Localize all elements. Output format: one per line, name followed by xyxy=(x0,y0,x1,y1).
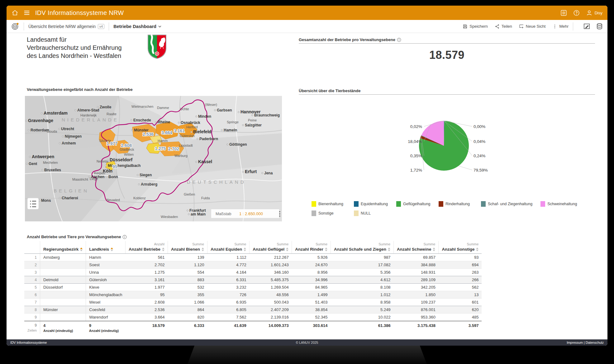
map-city-dot xyxy=(131,130,133,131)
col-landkreis[interactable]: Landkreis xyxy=(86,241,126,254)
legend-label: Rinderhaltung xyxy=(445,202,470,206)
legend-item-rinderhaltung[interactable]: Rinderhaltung xyxy=(439,201,473,207)
home-icon[interactable] xyxy=(12,9,18,16)
user-icon[interactable] xyxy=(586,10,593,16)
table-row[interactable]: 7Wesel2.6081.0666.935500.04351.4038.9581… xyxy=(24,299,482,306)
map-city-dot xyxy=(26,163,27,164)
table-row[interactable]: 5DüsseldorfKleve1.9775323.2321.269.50484… xyxy=(24,284,482,291)
legend-item-schaf-und-ziegenhaltung[interactable]: Schaf- und Ziegenhaltung xyxy=(481,201,532,207)
legend-item-schweinehaltung[interactable]: Schweinehaltung xyxy=(540,201,577,207)
table-cell: 263 xyxy=(439,269,482,276)
table-row[interactable]: 2Soest2.7021.1204.7721.601.24324.67017.0… xyxy=(24,261,482,269)
map-menu-icon[interactable] xyxy=(279,211,280,212)
menu-icon[interactable] xyxy=(23,9,30,16)
map-city-label: Harderwijk xyxy=(80,113,97,117)
map-city-dot xyxy=(29,156,31,158)
status-bar: © LANUV 2025 IDV Informationssysteme Imp… xyxy=(7,339,607,346)
col-anzahl-schweine[interactable]: SummeAnzahl Schweine xyxy=(394,241,439,254)
table-cell: 4.772 xyxy=(207,261,250,269)
col-anzahl-sonstige[interactable]: SummeAnzahl Sonstige xyxy=(439,241,482,254)
map-city-dot xyxy=(59,143,60,144)
table-row[interactable]: 8MünsterCoesfeld2.5368646.8052.407.20938… xyxy=(24,306,482,314)
sort-icon[interactable] xyxy=(111,248,113,251)
col-anzahl-bienen[interactable]: SummeAnzahl Bienen xyxy=(168,241,207,254)
map-city-dot xyxy=(242,125,244,126)
settings-icon[interactable] xyxy=(560,10,567,16)
legend-item-null[interactable]: NULL xyxy=(354,210,388,216)
map-city-label: Arnsberg xyxy=(141,182,157,187)
data-sources-icon[interactable] xyxy=(596,23,603,30)
col-anzahl-betriebe[interactable]: AnzahlAnzahl Betriebe xyxy=(126,241,168,254)
share-button[interactable]: Teilen xyxy=(495,24,512,29)
legend-item-gefl-gelhaltung[interactable]: Geflügelhaltung xyxy=(396,201,431,207)
table-cell: Wesel xyxy=(86,299,126,306)
legend-item-equidenhaltung[interactable]: Equidenhaltung xyxy=(354,201,388,207)
table-cell: 289.109 xyxy=(394,276,439,284)
table-cell xyxy=(40,314,86,321)
map-legend-button[interactable] xyxy=(27,198,39,209)
sort-icon[interactable] xyxy=(286,248,288,251)
save-icon xyxy=(463,24,468,29)
map-city-label: Minden xyxy=(198,114,211,119)
table-cell: 355 xyxy=(168,291,207,299)
footer-links[interactable]: Impressum | Datenschutz xyxy=(567,341,604,344)
user-name[interactable]: Disy xyxy=(595,11,602,15)
table-cell xyxy=(40,299,86,306)
sort-icon[interactable] xyxy=(388,248,390,251)
sort-icon[interactable] xyxy=(202,248,204,251)
map-menu-icon[interactable] xyxy=(279,215,280,217)
pie-percent-label: 18,04% xyxy=(408,139,422,144)
list-icon xyxy=(30,203,31,204)
table-cell: 34.996 xyxy=(292,276,331,284)
map-scale-value[interactable]: 1 : 2.650.000 xyxy=(239,211,263,216)
map-city-label: Arnhem xyxy=(62,141,76,145)
chevron-down-icon[interactable] xyxy=(158,24,162,29)
col-anzahl-schafe-und-ziegen[interactable]: SummeAnzahl Schafe und Ziegen xyxy=(331,241,394,254)
view-title[interactable]: Übersicht Betriebe NRW allgemein xyxy=(28,24,96,29)
table-row[interactable]: 9Warendorf3.6648207.5622.139.01652.34510… xyxy=(24,314,482,321)
summary-total: 3.175.438 xyxy=(394,321,439,334)
map-city-dot xyxy=(105,165,107,166)
table-cell: 6.331 xyxy=(207,276,250,284)
legend-item-sonstige[interactable]: Sonstige xyxy=(312,210,346,216)
sort-icon[interactable] xyxy=(162,248,164,251)
sort-icon[interactable] xyxy=(325,248,327,251)
map-city-dot xyxy=(28,130,29,131)
help-icon[interactable] xyxy=(573,10,580,16)
map[interactable]: AmsterdamAlmere-StadZwolleWietmarschenDa… xyxy=(25,96,282,221)
more-button[interactable]: Mehr xyxy=(552,24,569,29)
info-icon[interactable] xyxy=(397,38,401,42)
table-row[interactable]: 4DetmoldGütersloh3.1618836.3315.485.3753… xyxy=(24,276,482,284)
save-button[interactable]: Speichern xyxy=(463,24,488,29)
table-cell: 4.612 xyxy=(331,276,394,284)
map-region-count: 95 xyxy=(112,164,117,169)
table-cell: 8.108 xyxy=(331,284,394,291)
table-row[interactable]: 1ArnsbergHamm5611391.112212.2675.9269876… xyxy=(24,254,482,261)
legend-item-bienenhaltung[interactable]: Bienenhaltung xyxy=(312,201,346,207)
map-city-label: Düsseldorf xyxy=(110,157,132,162)
sort-icon[interactable] xyxy=(244,248,246,251)
table-title: Anzahl Betriebe und Tiere pro Verwaltung… xyxy=(27,234,127,239)
table-row[interactable]: 3Unna1.2755544.164346.1608.9565.356148.9… xyxy=(24,269,482,276)
col-anzahl-gefl-gel[interactable]: SummeAnzahl Geflügel xyxy=(250,241,292,254)
map-city-label: Mechelen xyxy=(43,161,58,164)
target-icon[interactable] xyxy=(11,22,19,31)
col-regierungsbezirk[interactable]: Regierungsbezirk xyxy=(40,241,86,254)
col-anzahl-equiden[interactable]: SummeAnzahl Equiden xyxy=(207,241,250,254)
map-menu-icon[interactable] xyxy=(279,213,280,215)
sort-icon[interactable] xyxy=(433,248,435,251)
sort-icon[interactable] xyxy=(476,248,478,251)
info-icon[interactable] xyxy=(122,235,127,239)
edit-panel-icon[interactable] xyxy=(583,23,590,30)
table-cell: 52.345 xyxy=(292,314,331,321)
sort-icon[interactable] xyxy=(80,248,83,251)
table-cell: 987 xyxy=(331,254,394,261)
dashboard-selector[interactable]: Betriebe Dashboard xyxy=(113,24,156,29)
col-anzahl-rinder[interactable]: SummeAnzahl Rinder xyxy=(292,241,331,254)
new-view-button[interactable]: Neue Sicht xyxy=(519,24,546,29)
table-cell: 346.160 xyxy=(250,269,292,276)
table-cell: 561 xyxy=(126,254,168,261)
map-city-dot xyxy=(196,161,197,163)
pie-percent-label: 0,00% xyxy=(474,124,485,129)
table-row[interactable]: 6Mönchengladbach9535572648.5561.4991.012… xyxy=(24,291,482,299)
